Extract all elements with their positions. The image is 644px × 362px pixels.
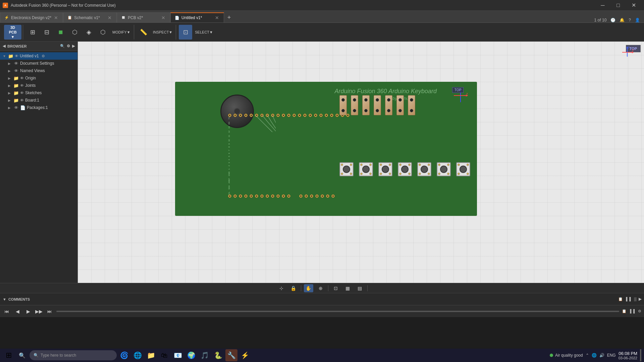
playback-icon-3[interactable]: ▌	[633, 309, 636, 313]
taskbar-icon-mail[interactable]: 📧	[172, 349, 184, 361]
minimize-button[interactable]: ─	[595, 0, 610, 11]
switch-5-tl	[419, 164, 421, 166]
search-input[interactable]	[41, 353, 108, 358]
play-skip-forward[interactable]: ⏭	[46, 307, 54, 315]
window-controls[interactable]: ─ □ ✕	[595, 0, 641, 11]
tab-electronics-close[interactable]: ✕	[53, 14, 59, 21]
select-dropdown[interactable]: SELECT ▼	[193, 29, 215, 35]
taskbar-search[interactable]: 🔍	[30, 350, 117, 360]
tab-pcb-close[interactable]: ✕	[161, 14, 166, 21]
tool-btn-1[interactable]: ⊞	[26, 25, 39, 40]
browser-settings-icon[interactable]: ⚙	[67, 44, 70, 48]
tool-btn-5[interactable]: ◈	[82, 25, 96, 40]
tree-settings-icon[interactable]: ⚙	[42, 54, 45, 58]
modify-dropdown[interactable]: MODIFY ▼	[110, 29, 132, 35]
tab-pcb[interactable]: 🔲 PCB v2* ✕	[117, 12, 170, 22]
tree-icon-eye-board: 👁	[20, 98, 24, 102]
browser-collapse-icon[interactable]: ◀	[3, 44, 5, 48]
connector-1	[339, 95, 347, 115]
maximize-button[interactable]: □	[610, 0, 626, 11]
dropdown-arrow: ▼	[11, 35, 15, 39]
canvas-area[interactable]: Arduino Fusion 360 Arduino Keyboard by R…	[78, 42, 644, 283]
comments-collapse-icon[interactable]: ▼	[3, 297, 6, 301]
bottom-btn-fit[interactable]: ⊹	[277, 284, 286, 292]
bottom-btn-zoom[interactable]: ⊕	[316, 284, 325, 292]
tool-btn-4[interactable]: ⬡	[68, 25, 82, 40]
bottom-btn-view2[interactable]: ▦	[343, 284, 353, 292]
question-icon[interactable]: ?	[629, 18, 631, 22]
taskbar-icon-music[interactable]: 🎵	[199, 349, 211, 361]
tab-untitled[interactable]: 📄 Untitled v1* ✕	[170, 12, 224, 22]
search-taskbar-button[interactable]: 🔍	[16, 349, 28, 361]
account-icon[interactable]: 👤	[635, 18, 640, 22]
tree-item-named-views[interactable]: ▶ 👁 Named Views	[5, 67, 77, 74]
tree-item-untitled[interactable]: ▼ 📁 👁 Untitled v1 ⚙	[0, 52, 77, 60]
timeline[interactable]	[56, 311, 619, 312]
play-button[interactable]: ▶	[24, 307, 32, 315]
pin	[292, 114, 296, 117]
tree-item-origin[interactable]: ▶ 📁 👁 Origin	[5, 74, 77, 82]
tree-arrow-origin: ▶	[8, 76, 12, 80]
close-button[interactable]: ✕	[626, 0, 641, 11]
taskbar-icon-edge[interactable]: 🌐	[131, 349, 144, 361]
bottom-btn-view3[interactable]: ▤	[355, 284, 365, 292]
comments-icon-4[interactable]: ▒	[634, 297, 637, 301]
taskbar-icon-store[interactable]: 🛍	[158, 349, 170, 361]
play-skip-back[interactable]: ⏮	[3, 307, 11, 315]
pcb-board[interactable]: Arduino Fusion 360 Arduino Keyboard by R…	[175, 82, 477, 216]
tool-btn-6[interactable]: ⬡	[96, 25, 110, 40]
taskbar-icon-chrome[interactable]: 🌍	[185, 349, 197, 361]
taskbar-icon-files[interactable]: 📁	[145, 349, 157, 361]
bottom-btn-lock[interactable]: 🔒	[289, 284, 298, 292]
browser-expand-icon[interactable]: ▶	[72, 44, 75, 48]
tree-item-sketches[interactable]: ▶ 📁 👁 Sketches	[5, 89, 77, 97]
bottom-btn-view1[interactable]: ⊡	[331, 284, 340, 292]
comments-icon-3[interactable]: ▌	[629, 297, 632, 301]
svg-text:X: X	[632, 49, 634, 52]
tab-schematic-close[interactable]: ✕	[107, 14, 112, 21]
taskbar-icon-fusion[interactable]: 🔧	[225, 349, 237, 361]
volume-icon[interactable]: 🔊	[599, 353, 604, 358]
taskbar-icon-other[interactable]: ⚡	[239, 349, 251, 361]
show-desktop-btn[interactable]	[640, 349, 641, 361]
view-label: TOP	[452, 87, 464, 93]
playback-icon-4[interactable]: ⚙	[638, 309, 641, 313]
inspect-btn-1[interactable]: 📏	[137, 25, 150, 40]
comments-expand-icon[interactable]: ▶	[639, 297, 641, 301]
pin	[233, 194, 237, 198]
select-btn-1[interactable]: ⊡	[179, 25, 192, 40]
taskbar-icon-cortana[interactable]: 🌀	[118, 349, 130, 361]
new-tab-button[interactable]: +	[224, 12, 234, 22]
tree-item-packages[interactable]: ▶ 👁 📄 Packages:1	[5, 104, 77, 111]
bottom-toolbar: ⊹ 🔒 ✋ ⊕ ⊡ ▦ ▤	[0, 283, 644, 293]
browser-search-icon[interactable]: 🔍	[60, 44, 65, 48]
tool-btn-2[interactable]: ⊟	[40, 25, 53, 40]
tab-schematic[interactable]: 📋 Schematic v1* ✕	[63, 12, 117, 22]
playback-icon-2[interactable]: ▐	[629, 309, 631, 313]
tree-item-board[interactable]: ▶ 📁 👁 Board:1	[5, 97, 77, 104]
switch-4	[398, 162, 412, 176]
sys-tray-up-arrow[interactable]: ⌃	[586, 353, 589, 358]
tree-label-joints: Joints	[25, 83, 36, 88]
tab-electronics[interactable]: ⚡ Electronics Design v2* ✕	[0, 12, 63, 22]
pin	[326, 194, 329, 198]
comments-icon-2[interactable]: ▐	[625, 297, 628, 301]
3d-pcb-mode-button[interactable]: 3D PCB ▼	[4, 25, 21, 40]
comments-icon-1[interactable]: 📋	[618, 297, 623, 301]
play-step-back[interactable]: ◀	[13, 307, 21, 315]
tree-item-doc-settings[interactable]: ▶ 👁 Document Settings	[5, 60, 77, 67]
tool-icon-1: ⊞	[30, 28, 35, 36]
sys-time[interactable]: 06:08 PM 03-06-2022	[619, 351, 637, 360]
play-step-forward[interactable]: ▶▶	[35, 307, 43, 315]
switch-5-inner	[421, 166, 428, 173]
switch-1-tl	[341, 164, 343, 166]
tab-untitled-close[interactable]: ✕	[214, 14, 220, 21]
inspect-dropdown[interactable]: INSPECT ▼	[151, 29, 175, 35]
start-button[interactable]: ⊞	[3, 349, 15, 361]
taskbar-icon-python[interactable]: 🐍	[212, 349, 224, 361]
bottom-btn-hand[interactable]: ✋	[304, 284, 313, 292]
tool-btn-3[interactable]: ■	[54, 25, 67, 40]
switch-2	[359, 162, 373, 176]
tree-item-joints[interactable]: ▶ 📁 👁 Joints	[5, 82, 77, 89]
playback-icon-1[interactable]: 📋	[622, 309, 627, 313]
